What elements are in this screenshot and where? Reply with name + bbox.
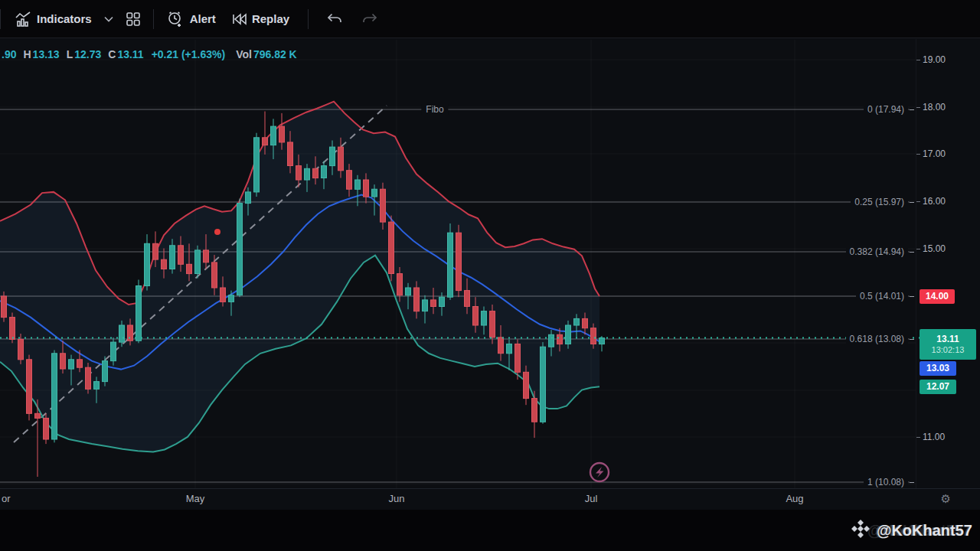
chevron-down-icon [104,16,113,22]
replay-rewind-icon [231,12,247,26]
candle-body [322,166,327,178]
candle-body [473,307,479,326]
legend-low-key: L [67,48,74,60]
legend-high: 13.13 [33,48,60,60]
candle-body [263,138,268,145]
upper-band-price-label: 14.00 [920,289,955,304]
price-scale[interactable]: 19.0018.0017.0016.0015.0011.0014.0013.11… [916,39,980,488]
candle-body [279,126,285,142]
redo-icon [362,13,379,25]
candle-body [153,243,158,259]
price-tick-dash [916,249,920,249]
price-tick-label: 15.00 [923,243,946,254]
fibonacci-title[interactable]: Fibo [421,104,448,115]
candle-body [136,286,142,341]
binance-diamond-icon [851,519,871,542]
redo-button[interactable] [354,5,387,34]
candle-body [423,300,428,311]
replay-button[interactable]: Replay [224,5,297,34]
fibonacci-level-label[interactable]: 1 (10.08) [864,477,908,487]
time-scale[interactable]: ⚙ orMayJunJulAug [0,488,980,510]
candle-body [557,334,563,344]
price-tick-dash [916,437,920,438]
candle-body [204,250,209,262]
indicators-label: Indicators [37,12,92,25]
fibonacci-level-label[interactable]: 0.5 (14.01) [856,291,908,302]
legend-volume: 796.82 K [253,48,297,60]
top-toolbar: Indicators [0,0,980,38]
alert-label: Alert [190,12,216,25]
candle-body [381,189,386,222]
candle-body [524,372,529,398]
toolbar-divider [153,9,154,29]
candle-body [406,288,411,295]
candle-body [103,361,108,382]
price-tick-dash [916,154,920,155]
fibonacci-level-label[interactable]: 0.618 (13.08) [846,334,908,344]
candle-body [296,166,302,180]
legend-open: .90 [2,48,16,60]
price-tick-label: 16.00 [923,196,946,207]
legend-high-key: H [23,48,31,60]
candle-body [465,291,470,307]
undo-icon [325,13,342,25]
candle-body [195,250,201,274]
candle-body [498,337,504,354]
legend-low: 12.73 [74,48,101,60]
candle-body [229,295,234,302]
fibonacci-level-dash [910,339,914,340]
candle-body [220,288,226,302]
time-tick-label: Jul [585,493,598,504]
candle-body [178,246,184,265]
fibonacci-level-label[interactable]: 0 (17.94) [864,104,908,115]
candle-body [338,147,344,171]
indicators-button[interactable]: Indicators [7,5,100,34]
candle-body [389,222,394,273]
price-tick-label: 19.00 [923,54,946,65]
indicators-icon [15,11,31,28]
candle-body [347,171,352,190]
candle-body [532,399,537,422]
indicators-templates-button[interactable] [100,5,118,34]
candle-body [305,168,310,180]
candle-body [507,344,512,354]
middle-band-price-label: 13.03 [920,361,956,376]
alert-button[interactable]: Alert [158,5,224,34]
candle-body [288,142,293,166]
price-tick-dash [916,107,920,108]
price-tick-dash [916,60,920,60]
candle-body [431,300,436,307]
axis-settings-gear-icon[interactable]: ⚙ [941,492,951,506]
candle-body [145,243,150,285]
candle-body [490,311,495,337]
bottom-strip: @KoKhant57 [0,510,980,551]
candle-body [246,192,251,204]
candle-body [271,126,276,145]
price-tick-dash [916,201,920,202]
candle-body [52,354,57,439]
lightning-bolt-icon [596,467,604,478]
toolbar-divider [308,9,309,29]
legend-vol-key: Vol [236,48,252,60]
candle-body [212,262,217,288]
candle-body [254,138,260,192]
chart-pane[interactable] [0,0,980,551]
fibonacci-level-label[interactable]: 0.382 (14.94) [846,246,908,257]
candle-body [86,367,91,389]
toolbar-left-divider [0,9,1,29]
fibonacci-level-dash [910,202,914,203]
legend-change: +0.21 (+1.63%) [152,48,226,60]
last-price-label: 13.1113:02:13 [920,329,976,360]
candle-body [170,246,175,269]
candle-body [456,233,462,290]
time-tick-label: May [186,493,205,504]
legend-close: 13.11 [117,48,143,60]
alert-clock-icon [166,10,185,28]
undo-button[interactable] [318,5,350,34]
candle-body [27,360,32,414]
layout-grid-button[interactable] [118,5,149,34]
candle-body [330,147,335,166]
candle-body [111,342,116,361]
watermark-handle: @KoKhant57 [877,522,972,540]
fibonacci-level-label[interactable]: 0.25 (15.97) [851,197,908,207]
